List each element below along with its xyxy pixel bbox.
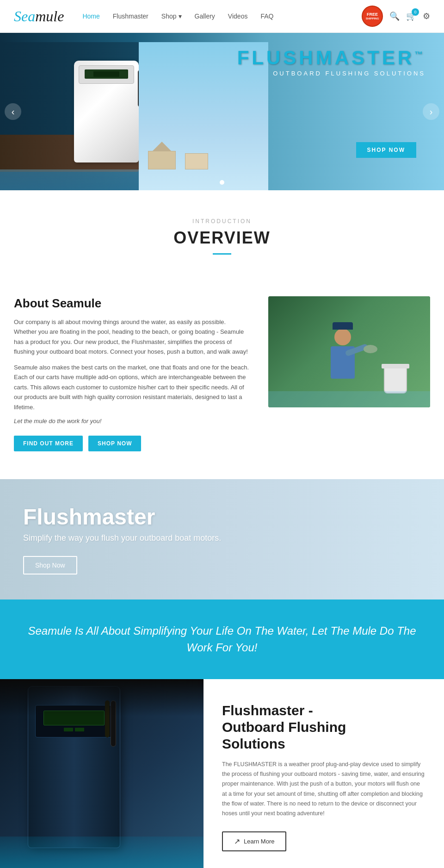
nav-item-home[interactable]: Home: [82, 12, 99, 20]
navbar: Seamule Home Flushmaster Shop ▾ Gallery …: [0, 0, 444, 33]
about-tagline: Let the mule do the work for you!: [14, 418, 250, 425]
nav-icons: FREE SHIPPING 🔍 🛒 0 ⚙: [362, 6, 430, 27]
hero-prev-button[interactable]: ‹: [5, 103, 21, 120]
find-out-more-button[interactable]: FIND OUT MORE: [14, 436, 83, 451]
shop-now-button[interactable]: SHOP NOW: [88, 436, 141, 451]
product-section: Flushmaster -Outboard FlushingSolutions …: [0, 679, 444, 868]
flushmaster-hero-title: Flushmaster: [23, 504, 421, 530]
arrow-icon: ↗: [234, 837, 240, 846]
flushmaster-hero-subtitle: Simplify the way you flush your outboard…: [23, 533, 421, 543]
quote-banner: Seamule Is All About Simplifying Your Li…: [0, 599, 444, 679]
search-icon: 🔍: [389, 12, 400, 21]
title-underline: [213, 253, 231, 255]
settings-button[interactable]: ⚙: [423, 11, 430, 21]
hero-dot-1[interactable]: [220, 180, 224, 185]
nav-item-videos[interactable]: Videos: [228, 12, 248, 20]
nav-item-flushmaster[interactable]: Flushmaster: [113, 12, 148, 20]
hero-title: FLUSHMASTER™: [237, 47, 426, 69]
search-button[interactable]: 🔍: [389, 11, 400, 21]
fisherman-visual: [268, 296, 430, 407]
about-image: [268, 296, 430, 407]
motor-screen: [85, 69, 128, 79]
hero-text: FLUSHMASTER™ OUTBOARD FLUSHING SOLUTIONS: [237, 47, 426, 77]
motor-illustration: [0, 42, 268, 190]
nav-item-shop[interactable]: Shop ▾: [161, 12, 182, 20]
free-shipping-badge: FREE SHIPPING: [362, 6, 383, 27]
chevron-down-icon: ▾: [179, 12, 182, 20]
about-paragraph-2: Seamule also makes the best carts on the…: [14, 362, 250, 412]
motor-body: [74, 61, 139, 162]
hero-motor-visual: [0, 42, 268, 190]
cart-button[interactable]: 🛒 0: [406, 11, 416, 21]
overview-title: OVERVIEW: [14, 228, 430, 248]
nav-item-faq[interactable]: FAQ: [260, 12, 273, 20]
section-intro-label: INTRODUCTION: [14, 218, 430, 225]
hero-dots: [220, 180, 224, 185]
hero-banner: FLUSHMASTER™ OUTBOARD FLUSHING SOLUTIONS…: [0, 33, 444, 190]
quote-text: Seamule Is All About Simplifying Your Li…: [28, 623, 416, 656]
flushmaster-shop-now-button[interactable]: Shop Now: [23, 556, 77, 575]
logo[interactable]: Seamule: [14, 8, 64, 25]
product-description: The FLUSHMASTER is a weather proof plug-…: [222, 760, 426, 819]
motor-panel: [79, 65, 134, 84]
gear-icon: ⚙: [423, 12, 430, 21]
overview-section: INTRODUCTION OVERVIEW: [0, 190, 444, 273]
learn-more-button[interactable]: ↗ Learn More: [222, 831, 286, 851]
flushmaster-hero-section: Flushmaster Simplify the way you flush y…: [0, 479, 444, 599]
about-paragraph-1: Our company is all about moving things a…: [14, 317, 250, 357]
about-section: About Seamule Our company is all about m…: [0, 273, 444, 479]
about-buttons: FIND OUT MORE SHOP NOW: [14, 436, 250, 451]
nav-links: Home Flushmaster Shop ▾ Gallery Videos F…: [82, 12, 362, 20]
hero-shop-now-button[interactable]: SHOP NOW: [356, 142, 416, 158]
logo-text: Seamule: [14, 8, 64, 25]
nav-item-gallery[interactable]: Gallery: [195, 12, 215, 20]
cart-count: 0: [412, 8, 419, 16]
product-image: [0, 679, 204, 868]
product-title: Flushmaster -Outboard FlushingSolutions: [222, 702, 426, 752]
engine-visual: [0, 679, 204, 868]
product-content: Flushmaster -Outboard FlushingSolutions …: [204, 679, 444, 868]
hero-next-button[interactable]: ›: [423, 103, 439, 120]
about-text: About Seamule Our company is all about m…: [14, 296, 250, 451]
about-title: About Seamule: [14, 296, 250, 311]
hero-subtitle: OUTBOARD FLUSHING SOLUTIONS: [237, 70, 426, 77]
